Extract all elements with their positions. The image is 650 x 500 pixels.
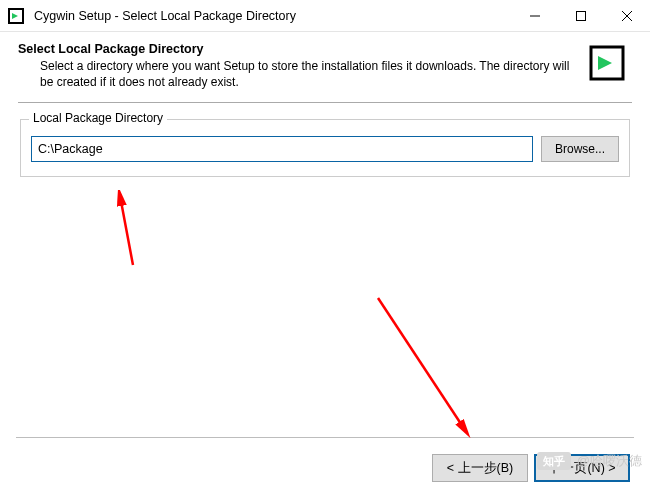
close-button[interactable]	[604, 0, 650, 31]
watermark-text: @哈啰沃德	[577, 452, 642, 470]
wizard-header: Select Local Package Directory Select a …	[0, 32, 650, 98]
zhihu-badge-icon: 知乎	[537, 452, 571, 470]
svg-line-9	[120, 196, 133, 265]
watermark: 知乎 @哈啰沃德	[537, 452, 642, 470]
page-title: Select Local Package Directory	[18, 42, 586, 56]
back-button[interactable]: < 上一步(B)	[432, 454, 528, 482]
package-directory-input[interactable]	[31, 136, 533, 162]
page-description: Select a directory where you want Setup …	[18, 58, 586, 90]
annotation-arrow-icon	[105, 190, 145, 270]
svg-rect-3	[577, 11, 586, 20]
cygwin-logo-icon	[586, 42, 628, 84]
svg-line-11	[378, 298, 465, 430]
window-controls	[512, 0, 650, 31]
annotation-arrow-icon	[370, 290, 490, 440]
browse-button[interactable]: Browse...	[541, 136, 619, 162]
group-label: Local Package Directory	[29, 111, 167, 125]
wizard-body: Local Package Directory Browse...	[0, 103, 650, 177]
app-icon	[6, 6, 26, 26]
maximize-button[interactable]	[558, 0, 604, 31]
titlebar: Cygwin Setup - Select Local Package Dire…	[0, 0, 650, 32]
footer-divider	[16, 437, 634, 438]
minimize-button[interactable]	[512, 0, 558, 31]
svg-marker-7	[598, 56, 612, 70]
window-title: Cygwin Setup - Select Local Package Dire…	[34, 9, 512, 23]
local-package-directory-group: Local Package Directory Browse...	[20, 119, 630, 177]
svg-marker-1	[12, 13, 18, 19]
